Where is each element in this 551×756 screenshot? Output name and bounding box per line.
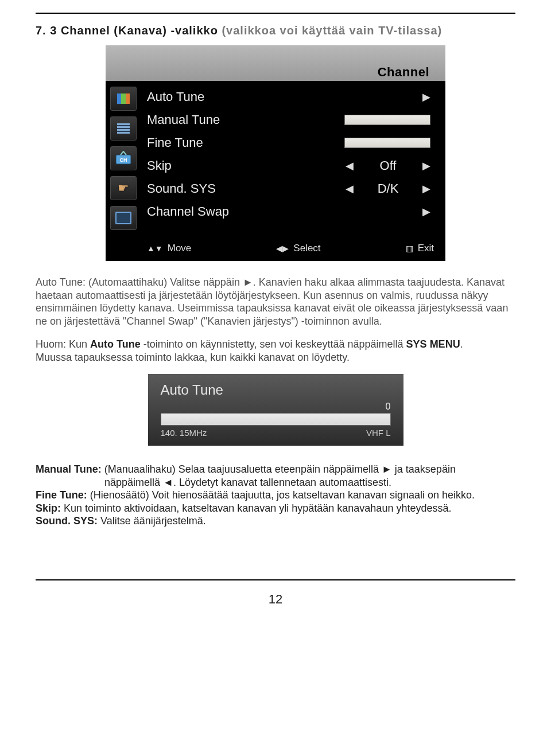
footer-move: ▲▼Move	[147, 243, 191, 254]
menu-label: Auto Tune	[147, 89, 296, 104]
section-heading: 7. 3 Channel (Kanava) -valikko (valikkoa…	[36, 24, 515, 37]
hand-icon	[110, 176, 137, 200]
menu-key-icon: ▥	[406, 244, 413, 253]
menu-label: Channel Swap	[147, 204, 296, 219]
progress-bar	[161, 413, 391, 426]
leftright-icon: ◀▶	[276, 244, 289, 253]
osd2-freq: 140. 15MHz	[161, 428, 207, 438]
osd-title: Channel	[378, 65, 429, 80]
top-rule	[36, 13, 515, 14]
menu-item-channel-swap[interactable]: Channel Swap ▶	[147, 200, 430, 223]
menu-item-manual-tune[interactable]: Manual Tune	[147, 108, 430, 131]
arrow-left-icon: ◀	[346, 182, 354, 195]
monitor-icon	[110, 206, 137, 230]
updown-icon: ▲▼	[147, 244, 163, 253]
menu-label: Fine Tune	[147, 135, 296, 150]
menu-value: Off	[371, 158, 405, 173]
arrow-right-icon: ▶	[422, 159, 430, 172]
osd-sidebar-icons: CH	[106, 84, 141, 232]
footer-select: ◀▶Select	[276, 243, 320, 254]
osd2-count: 0	[161, 402, 391, 412]
osd-footer: ▲▼Move ◀▶Select ▥Exit	[106, 232, 445, 261]
heading-suffix: (valikkoa voi käyttää vain TV-tilassa)	[218, 24, 442, 37]
footer-exit: ▥Exit	[406, 243, 434, 254]
list-icon	[110, 116, 137, 141]
menu-label: Sound. SYS	[147, 181, 296, 196]
menu-item-auto-tune[interactable]: Auto Tune ▶	[147, 85, 430, 108]
bottom-rule	[36, 579, 515, 580]
arrow-right-icon: ▶	[422, 205, 430, 218]
heading-main: 7. 3 Channel (Kanava) -valikko	[36, 24, 218, 37]
arrow-left-icon: ◀	[346, 159, 354, 172]
menu-label: Manual Tune	[147, 112, 296, 127]
menu-value: D/K	[371, 181, 405, 196]
paragraph-auto-tune: Auto Tune: (Automaattihaku) Valitse näpp…	[36, 276, 515, 328]
osd-autotune-progress: Auto Tune 0 140. 15MHz VHF L	[148, 374, 403, 446]
osd-header: Channel	[106, 45, 445, 81]
lower-text-block: Manual Tune: (Manuaalihaku) Selaa taajuu…	[36, 463, 515, 528]
paragraph-note: Huom: Kun Auto Tune -toiminto on käynnis…	[36, 338, 515, 364]
osd2-band: VHF L	[366, 428, 391, 438]
menu-item-sound-sys[interactable]: Sound. SYS ◀ D/K ▶	[147, 177, 430, 200]
picture-icon	[110, 87, 137, 111]
menu-item-fine-tune[interactable]: Fine Tune	[147, 131, 430, 154]
para1-text: Auto Tune: (Automaattihaku) Valitse näpp…	[36, 276, 508, 327]
arrow-right-icon: ▶	[422, 91, 430, 103]
osd2-title: Auto Tune	[161, 382, 391, 398]
menu-item-skip[interactable]: Skip ◀ Off ▶	[147, 154, 430, 177]
slider-slot	[344, 138, 430, 148]
channel-icon: CH	[110, 146, 137, 170]
arrow-right-icon: ▶	[422, 182, 430, 195]
osd-channel-menu: Channel CH Auto Tune ▶ Manual Tune Fine …	[106, 45, 445, 261]
page-number: 12	[36, 592, 515, 607]
menu-label: Skip	[147, 158, 296, 173]
svg-text:CH: CH	[120, 157, 127, 163]
slider-slot	[344, 115, 430, 125]
